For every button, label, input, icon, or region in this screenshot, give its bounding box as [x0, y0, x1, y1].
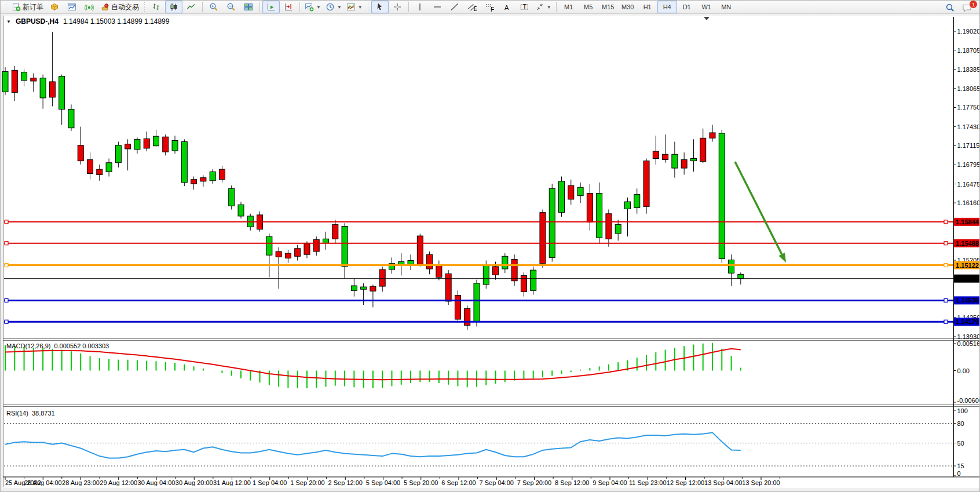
- price-axis-label: 1.16795: [957, 161, 980, 168]
- price-axis-label: 1.18385: [957, 66, 980, 73]
- candle-body: [690, 159, 696, 161]
- price-badge-value: 1.15488: [956, 240, 979, 247]
- candle: [531, 267, 536, 295]
- hline-handle[interactable]: [944, 298, 948, 302]
- macd-axis-label: 0.00: [957, 367, 970, 374]
- bar-chart-button[interactable]: [148, 1, 165, 13]
- market-watch-button[interactable]: [46, 1, 63, 13]
- terminal-window: 新订单 自动交易: [0, 0, 980, 492]
- zoom-in-button[interactable]: [205, 1, 222, 13]
- hline-handle[interactable]: [5, 298, 8, 302]
- horizontal-line-icon: [433, 2, 442, 12]
- equidistant-channel-tool-button[interactable]: E: [463, 1, 481, 13]
- new-order-button[interactable]: 新订单: [9, 1, 46, 13]
- candle-body: [361, 287, 367, 289]
- price-axis-label: 1.16475: [957, 181, 980, 188]
- candle-body: [465, 308, 470, 325]
- macd-indicator-values: 0.000552 0.003303: [54, 342, 109, 349]
- hline-handle[interactable]: [944, 220, 948, 224]
- tile-windows-button[interactable]: [240, 1, 257, 13]
- candle-body: [342, 227, 348, 267]
- line-chart-icon: [187, 2, 196, 12]
- hline-handle[interactable]: [5, 320, 8, 323]
- candle-body: [106, 163, 112, 172]
- price-badge-value: 1.14179: [956, 318, 979, 325]
- horizontal-line-tool-button[interactable]: [429, 1, 446, 13]
- toolbar-right-tools: 1: [941, 1, 976, 14]
- rsi-indicator-label: RSI(14): [6, 410, 28, 417]
- timeframe-button-D1[interactable]: D1: [677, 1, 697, 13]
- timeframe-button-M30[interactable]: M30: [618, 1, 638, 13]
- bar-chart-icon: [152, 2, 161, 12]
- hline-handle[interactable]: [5, 242, 8, 245]
- chart-area[interactable]: 1.190201.187051.183851.180651.177501.174…: [1, 14, 980, 488]
- chart-canvas[interactable]: 1.190201.187051.183851.180651.177501.174…: [1, 14, 980, 488]
- time-axis-label: 28 Aug 23:00: [62, 479, 100, 486]
- candle-body: [634, 195, 640, 208]
- new-order-label: 新订单: [23, 2, 43, 12]
- chart-shift-button[interactable]: [280, 1, 297, 13]
- timeframe-button-MN[interactable]: MN: [716, 1, 736, 13]
- candle: [417, 234, 423, 267]
- main-toolbar: 新订单 自动交易: [1, 1, 979, 14]
- timeframe-button-M5[interactable]: M5: [579, 1, 598, 13]
- candle: [549, 184, 555, 262]
- trendline-tool-button[interactable]: [446, 1, 463, 13]
- candle-body: [40, 78, 46, 98]
- price-axis-label: 1.17115: [957, 142, 980, 149]
- hline-handle[interactable]: [944, 264, 948, 267]
- vertical-line-tool-button[interactable]: [411, 1, 429, 13]
- price-badge-1.14535: 1.14535: [954, 296, 980, 304]
- auto-scroll-button[interactable]: [262, 1, 280, 13]
- rsi-indicator-value: 38.8731: [32, 410, 55, 417]
- hline-handle[interactable]: [944, 242, 948, 245]
- rsi-axis-label: 50: [957, 440, 964, 447]
- timeframe-button-H4[interactable]: H4: [657, 1, 677, 13]
- candle-body: [87, 160, 93, 174]
- chat-button[interactable]: 1: [959, 1, 976, 14]
- timeframe-button-W1[interactable]: W1: [697, 1, 716, 13]
- signals-button[interactable]: [81, 1, 98, 13]
- text-icon: A: [502, 2, 511, 12]
- auto-trading-button[interactable]: 自动交易: [98, 1, 141, 13]
- candlestick-chart-button[interactable]: [165, 1, 182, 13]
- chart-background: [3, 16, 980, 488]
- candle: [540, 210, 546, 268]
- toolbar-grip: [5, 2, 8, 12]
- hline-handle[interactable]: [5, 264, 8, 267]
- time-axis-label: 12 Sep 12:00: [667, 479, 704, 486]
- text-tool-button[interactable]: A: [498, 1, 515, 13]
- cursor-icon: [375, 2, 385, 12]
- hline-handle[interactable]: [944, 320, 948, 323]
- hline-handle[interactable]: [5, 220, 8, 224]
- timeframe-group: M1M5M15M30H1H4D1W1MN: [559, 1, 736, 13]
- status-strip: [1, 488, 979, 492]
- candle-body: [153, 136, 159, 146]
- chart-window-button[interactable]: [63, 1, 81, 13]
- candle-body: [577, 187, 583, 195]
- candle-body: [2, 71, 8, 92]
- timeframe-button-M1[interactable]: M1: [559, 1, 579, 13]
- templates-button[interactable]: ▼: [344, 1, 365, 13]
- candle-body: [710, 133, 715, 138]
- search-button[interactable]: [941, 1, 959, 14]
- crosshair-tool-button[interactable]: [389, 1, 406, 13]
- arrows-tool-button[interactable]: ▼: [533, 1, 554, 13]
- chart-shift-icon: [284, 2, 293, 12]
- cursor-tool-button[interactable]: [371, 1, 389, 13]
- price-badge-1.15488: 1.15488: [954, 239, 980, 247]
- candlestick-chart-icon: [169, 2, 178, 12]
- timeframe-button-M15[interactable]: M15: [598, 1, 618, 13]
- candle-body: [606, 214, 612, 239]
- fibonacci-tool-button[interactable]: F: [481, 1, 498, 13]
- symbol-dropdown-icon[interactable]: ▼: [6, 19, 11, 24]
- new-chart-button[interactable]: ▼: [302, 1, 323, 13]
- candle-body: [181, 142, 187, 183]
- timeframe-button-H1[interactable]: H1: [638, 1, 657, 13]
- periods-button[interactable]: ▼: [323, 1, 344, 13]
- line-chart-button[interactable]: [182, 1, 200, 13]
- channel-icon: E: [467, 2, 477, 12]
- text-label-tool-button[interactable]: T: [515, 1, 533, 13]
- zoom-out-button[interactable]: [222, 1, 240, 13]
- toolbar-separator: [408, 2, 409, 12]
